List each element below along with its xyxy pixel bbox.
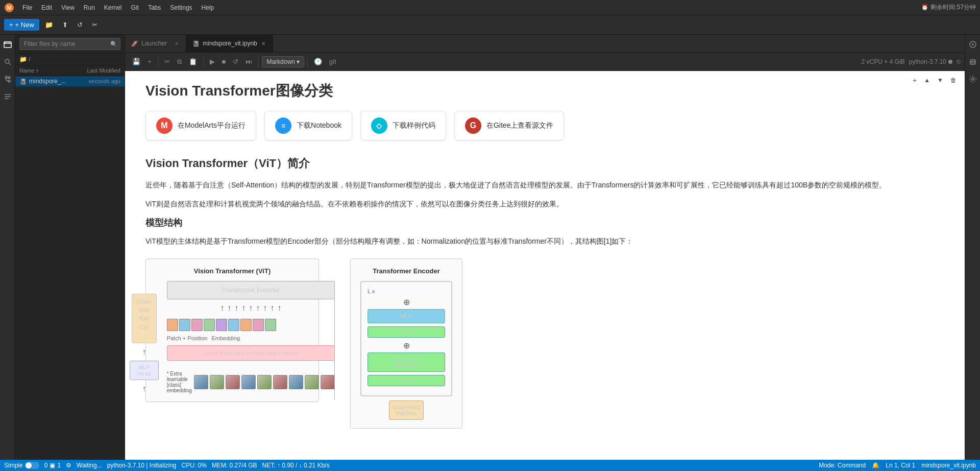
new-label: + New bbox=[15, 21, 34, 29]
patch-position-label: Patch + PositionEmbedding bbox=[167, 335, 335, 341]
move-up-button[interactable]: ▲ bbox=[922, 75, 932, 85]
embed-cell bbox=[265, 319, 276, 331]
right-icon-debugger[interactable] bbox=[967, 56, 978, 67]
svg-rect-2 bbox=[4, 42, 11, 48]
tab-launcher[interactable]: 🚀 Launcher ✕ bbox=[125, 35, 186, 52]
name-label: Name bbox=[19, 67, 34, 74]
file-time: seconds ago bbox=[75, 78, 120, 84]
vit-patches-row: * Extra learnable [class] embedding bbox=[167, 371, 335, 393]
restart-button[interactable]: ↺ bbox=[230, 56, 241, 67]
tab-launcher-close[interactable]: ✕ bbox=[174, 40, 180, 47]
tab-notebook[interactable]: 📓 mindspore_vit.ipynb ✕ bbox=[186, 35, 273, 52]
search-input[interactable] bbox=[19, 38, 120, 50]
add-cell-button[interactable]: + bbox=[144, 56, 155, 67]
upload-button[interactable]: ⬆ bbox=[59, 18, 71, 31]
settings-item[interactable]: ⚙ bbox=[66, 462, 71, 469]
code-dl-label: 下载样例代码 bbox=[393, 121, 435, 130]
stop-button[interactable]: ■ bbox=[219, 56, 229, 67]
refresh-button[interactable]: ↺ bbox=[74, 18, 86, 31]
vit-linear-proj: Linear Projection of Flattened Patches bbox=[167, 345, 335, 361]
cpu-text: CPU: 0% bbox=[182, 462, 207, 469]
sidebar-icon-search[interactable] bbox=[2, 56, 13, 67]
action-btn-code[interactable]: ◇ 下载样例代码 bbox=[360, 111, 446, 140]
svg-point-3 bbox=[5, 59, 9, 63]
resource-text: 2 vCPU + 4 GiB bbox=[862, 58, 905, 65]
run-button[interactable]: ▶ bbox=[207, 56, 218, 67]
sidebar-icon-files[interactable] bbox=[2, 39, 13, 50]
notebook-dl-icon: ≡ bbox=[275, 117, 291, 134]
cut-button[interactable]: ✂ bbox=[161, 56, 173, 67]
open-folder-button[interactable]: 📁 bbox=[41, 18, 57, 31]
right-icon-settings[interactable] bbox=[967, 74, 978, 85]
cell-type-dropdown[interactable]: Markdown ▾ bbox=[262, 56, 304, 67]
clock-btn[interactable]: 🕐 bbox=[311, 56, 325, 67]
delete-cell-button[interactable]: 🗑 bbox=[948, 75, 959, 85]
menu-file[interactable]: File bbox=[18, 3, 36, 13]
vit-class-box: ClassBirdBallCar... bbox=[132, 294, 157, 343]
kernel-status-dot bbox=[948, 60, 952, 64]
scissors-icon: ✂ bbox=[92, 21, 97, 29]
patch-5 bbox=[257, 375, 272, 389]
mem-info: MEM: 0.27/4 GB bbox=[212, 462, 257, 469]
te-diagram-box: Transformer Encoder L x ⊕ MLP Norm ⊕ Mul… bbox=[350, 258, 462, 429]
notebook-tab-icon: 📓 bbox=[192, 40, 200, 47]
git-btn[interactable]: git bbox=[326, 56, 339, 67]
toggle-switch[interactable] bbox=[25, 462, 39, 469]
patch-3 bbox=[226, 375, 240, 389]
kernel-info: python-3.7.10 | Initializing bbox=[107, 462, 177, 469]
sidebar-icon-git[interactable] bbox=[2, 74, 13, 85]
notebook-content[interactable]: Vision Transformer图像分类 M 在ModelArts平台运行 … bbox=[125, 71, 965, 460]
menubar-right: ⏰ 剩余时间:57分钟 bbox=[921, 3, 976, 12]
sidebar-icon-toc[interactable] bbox=[2, 91, 13, 102]
restart-run-button[interactable]: ⏭ bbox=[242, 56, 255, 67]
right-icon-property[interactable] bbox=[967, 39, 978, 50]
filename-text: mindspore_vit.ipynb bbox=[921, 462, 976, 469]
copy-button[interactable]: ⧉ bbox=[174, 56, 185, 68]
kernel-text: python-3.7.10 bbox=[909, 58, 946, 65]
name-column-header[interactable]: Name ↑ bbox=[19, 67, 72, 74]
status-left: Simple 0 ▣ 1 ⚙ Waiting... python-3.7.10 … bbox=[4, 462, 330, 469]
menu-git[interactable]: Git bbox=[127, 3, 143, 13]
notebook-toolbar: 💾 + ✂ ⧉ 📋 ▶ ■ ↺ ⏭ Markdown ▾ 🕐 git 2 vCP… bbox=[125, 53, 965, 71]
toggle-knob bbox=[26, 462, 32, 468]
remaining-time: 剩余时间:57分钟 bbox=[930, 3, 976, 12]
clock-icon: ⏰ bbox=[921, 4, 928, 11]
menu-view[interactable]: View bbox=[57, 3, 79, 13]
cell-type-label: Markdown bbox=[266, 58, 295, 65]
dropdown-arrow-icon: ▾ bbox=[297, 58, 300, 65]
git-button[interactable]: ✂ bbox=[88, 18, 101, 31]
action-btn-modelarts[interactable]: M 在ModelArts平台运行 bbox=[145, 111, 256, 140]
te-plus-2: ⊕ bbox=[368, 341, 445, 350]
menu-tabs[interactable]: Tabs bbox=[144, 3, 165, 13]
path-text: / bbox=[29, 56, 30, 63]
new-button[interactable]: + + New bbox=[4, 19, 39, 31]
file-path: 📁 / bbox=[15, 54, 125, 65]
search-icon: 🔍 bbox=[110, 41, 117, 48]
file-item[interactable]: 📓 mindspore_... seconds ago bbox=[15, 76, 125, 86]
embed-cell bbox=[167, 319, 178, 331]
embed-cell bbox=[228, 319, 239, 331]
code-dl-icon: ◇ bbox=[371, 117, 387, 134]
add-cell-above-button[interactable]: + bbox=[911, 75, 919, 85]
cell-total: 1 bbox=[57, 462, 61, 469]
te-diagram-title: Transformer Encoder bbox=[373, 267, 440, 275]
modified-column-header[interactable]: Last Modified bbox=[75, 67, 120, 74]
paste-button[interactable]: 📋 bbox=[186, 56, 200, 67]
simple-mode-toggle[interactable]: Simple bbox=[4, 462, 39, 469]
te-box: L x ⊕ MLP Norm ⊕ Multi-HeadAttention Nor… bbox=[360, 281, 452, 396]
share-button[interactable]: ⎋ bbox=[957, 58, 961, 65]
tab-bar: 🚀 Launcher ✕ 📓 mindspore_vit.ipynb ✕ bbox=[125, 35, 965, 53]
menu-run[interactable]: Run bbox=[80, 3, 99, 13]
vit-diagram-title: Vision Transformer (ViT) bbox=[194, 267, 271, 275]
action-btn-gitee[interactable]: G 在Gitee上查看源文件 bbox=[454, 111, 564, 140]
move-down-button[interactable]: ▼ bbox=[935, 75, 945, 85]
menu-settings[interactable]: Settings bbox=[166, 3, 196, 13]
action-btn-notebook[interactable]: ≡ 下载Notebook bbox=[264, 111, 352, 140]
net-info: NET: ↑ 0.90 / ↓ 0.21 Kb/s bbox=[262, 462, 330, 469]
tab-notebook-close[interactable]: ✕ bbox=[260, 40, 266, 47]
menu-help[interactable]: Help bbox=[198, 3, 218, 13]
save-button[interactable]: 💾 bbox=[129, 56, 143, 67]
bell-item[interactable]: 🔔 bbox=[872, 462, 879, 469]
menu-kernel[interactable]: Kernel bbox=[100, 3, 126, 13]
menu-edit[interactable]: Edit bbox=[37, 3, 56, 13]
